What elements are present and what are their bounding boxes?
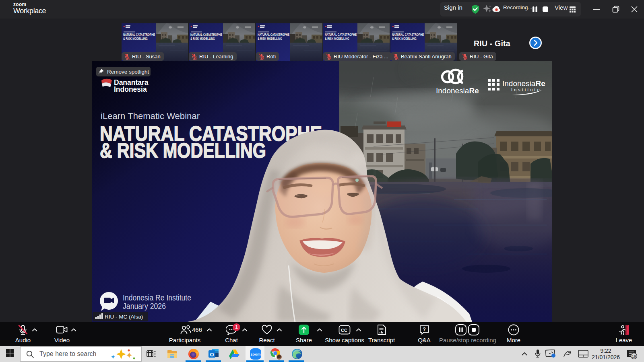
svg-text:IndonesiaRe: IndonesiaRe <box>502 79 545 88</box>
svg-text:O: O <box>210 352 214 358</box>
svg-text:Indonesia: Indonesia <box>114 85 147 93</box>
svg-text:zoom: zoom <box>251 352 261 356</box>
svg-text:January 2026: January 2026 <box>123 302 166 311</box>
svg-text:iLearn Thematic Webinar: iLearn Thematic Webinar <box>101 111 200 121</box>
svg-text:Remove spotlight: Remove spotlight <box>107 69 149 75</box>
svg-text:19: 19 <box>632 354 636 358</box>
svg-text:CC: CC <box>341 328 347 333</box>
svg-text:IndonesiaRe: IndonesiaRe <box>436 86 479 95</box>
svg-text:?: ? <box>423 327 426 332</box>
svg-text:Institute: Institute <box>511 87 541 92</box>
svg-text:& RISK MODELLING: & RISK MODELLING <box>100 139 266 162</box>
svg-text:RIU - MC (Alsa): RIU - MC (Alsa) <box>105 314 143 320</box>
svg-text:Indonesia Re Institute: Indonesia Re Institute <box>123 293 191 302</box>
